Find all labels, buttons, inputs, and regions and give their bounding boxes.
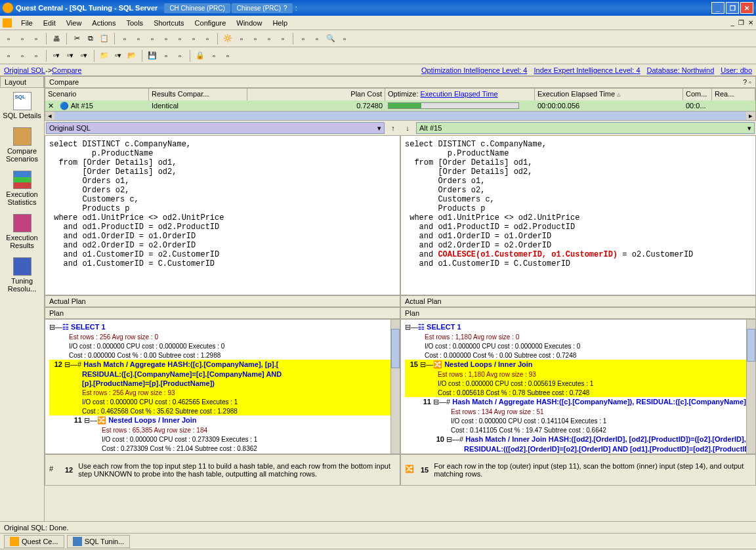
tb2-icon-l[interactable]: ▫ [208,50,220,62]
toolbar-2: ▫ ▫ ▫ ▫▾ ▫▾ ▫▾ 📁 ▫▾ 📂 💾 ▫ ▫ 🔒 ▫ ▫ [0,47,756,64]
sql-select-right[interactable]: Alt #15▾ [416,122,755,134]
tb2-icon-h[interactable]: ▫▾ [112,50,124,62]
scenario-row[interactable]: ✕ 🔵 Alt #15 Identical 0.72480 00:00:00.0… [45,100,755,111]
menubar: File Edit View Actions Tools Shortcuts C… [0,16,756,30]
menu-tools[interactable]: Tools [121,17,148,29]
tb-icon-c[interactable]: ▫ [146,33,158,45]
menu-view[interactable]: View [61,17,87,29]
tb2-lock-icon[interactable]: 🔒 [194,50,206,62]
col-results[interactable]: Results Compar... [149,89,247,100]
tb2-icon-c[interactable]: ▫ [30,50,42,62]
tb-icon-b[interactable]: ▫ [133,33,144,45]
breadcrumb: Original SQL -> Compare Optimization Int… [0,64,756,76]
idx-level-link[interactable]: Index Expert Intelligence Level: 4 [534,66,640,74]
user-link[interactable]: User: dbo [721,66,752,74]
tb2-icon-g[interactable]: 📁 [98,50,110,62]
desc-pane-right: 🔀 15 For each row in the top (outer) inp… [400,454,756,486]
menu-file[interactable]: File [16,17,38,29]
open-icon[interactable]: ▫ [16,33,28,45]
tb-icon-d[interactable]: ▫ [160,33,172,45]
sql-select-left[interactable]: Original SQL▾ [46,122,385,134]
opt-level-link[interactable]: Optimization Intelligence Level: 4 [421,66,527,74]
plan-left-vscroll[interactable] [390,320,400,454]
menu-edit[interactable]: Edit [38,17,61,29]
plan-right-vscroll[interactable] [746,320,755,454]
db-link[interactable]: Database: Northwind [647,66,715,74]
new-icon[interactable]: ▫ [3,33,14,45]
close-button[interactable]: ✕ [740,2,753,14]
menu-configure[interactable]: Configure [190,17,232,29]
tb2-icon-i[interactable]: 📂 [126,50,138,62]
col-com[interactable]: Com... [683,89,712,100]
sidebar-item-tuning-resolution[interactable]: Tuning Resolu... [0,253,44,297]
hash-icon: # [49,465,60,475]
tb-icon-e[interactable]: ▫ [174,33,186,45]
tb-icon-j[interactable]: ▫ [249,33,261,45]
tb-icon-i[interactable]: ▫ [236,33,247,45]
doc-close-icon[interactable]: ✕ [748,19,753,26]
tb2-icon-m[interactable]: ▫ [222,50,234,62]
tb-icon-n[interactable]: ▫ [311,33,323,45]
task-sql-tuning[interactable]: SQL Tunin... [67,535,131,548]
tb2-icon-e[interactable]: ▫▾ [64,50,76,62]
sidebar-item-execution-statistics[interactable]: Execution Statistics [0,167,44,210]
copy-icon[interactable]: ⧉ [85,33,96,45]
up-arrow-icon[interactable]: ↑ [387,122,399,134]
down-arrow-icon[interactable]: ↓ [402,122,413,134]
sidebar-item-execution-results[interactable]: Execution Results [0,210,44,253]
col-rea[interactable]: Rea... [712,89,755,100]
breadcrumb-compare[interactable]: Compare [52,66,81,74]
lang-tab-2[interactable]: Chinese (PRC) ? [232,3,293,13]
tb-icon-m[interactable]: ▫ [297,33,309,45]
sql-details-icon: SQL [13,92,32,110]
col-scenario[interactable]: Scenario [45,89,149,100]
tb-icon-h[interactable]: 🔆 [222,33,234,45]
tb-icon-o[interactable]: 🔍 [325,33,337,45]
menu-window[interactable]: Window [231,17,267,29]
cut-icon[interactable]: ✂ [71,33,83,45]
plan-pane-left[interactable]: ⊟—☷ SELECT 1 Est rows : 256 Avg row size… [45,319,400,454]
menu-shortcuts[interactable]: Shortcuts [148,17,189,29]
tb2-icon-d[interactable]: ▫▾ [51,50,62,62]
sidebar-item-compare-scenarios[interactable]: Compare Scenarios [0,123,44,167]
col-plancost[interactable]: Plan Cost [247,89,385,100]
lang-tab-1[interactable]: CH Chinese (PRC) [164,3,230,13]
tb2-icon-a[interactable]: ▫ [3,50,14,62]
menu-actions[interactable]: Actions [87,17,121,29]
sidebar-item-sql-details[interactable]: SQL SQL Details [0,88,44,123]
sql-pane-left[interactable]: select DISTINCT c.CompanyName, p.Product… [45,135,400,295]
menu-help[interactable]: Help [267,17,293,29]
tb-icon-k[interactable]: ▫ [263,33,275,45]
tb-icon-g[interactable]: ▫ [201,33,213,45]
compare-header: Compare ? ◦ [45,76,756,88]
col-optimize[interactable]: Optimize: Execution Elapsed Time [385,89,535,100]
tb-icon-f[interactable]: ▫ [188,33,200,45]
tb-icon-p[interactable]: ▫ [339,33,350,45]
paste-icon[interactable]: 📋 [98,33,110,45]
save-icon[interactable]: ▫ [30,33,42,45]
breadcrumb-original-sql[interactable]: Original SQL [4,66,45,74]
print-icon[interactable]: 🖶 [51,33,62,45]
tb2-save-icon[interactable]: 💾 [146,50,158,62]
menu-app-icon [3,18,12,28]
task-quest-central[interactable]: Quest Ce... [4,535,64,548]
help-icon[interactable]: ? ◦ [743,78,751,86]
tb2-icon-j[interactable]: ▫ [160,50,172,62]
tb-icon-l[interactable]: ▫ [277,33,289,45]
doc-minimize-icon[interactable]: _ [730,19,734,26]
sql-pane-right[interactable]: select DISTINCT c.CompanyName, p.Product… [400,135,756,295]
tb-icon-a[interactable]: ▫ [119,33,131,45]
maximize-button[interactable]: ❐ [726,2,739,14]
window-title: Quest Central - [SQL Tuning - SQL Server [16,4,158,12]
doc-restore-icon[interactable]: ❐ [738,19,744,26]
tb2-icon-k[interactable]: ▫ [174,50,186,62]
tb2-icon-b[interactable]: ▫ [16,50,28,62]
minimize-button[interactable]: _ [711,2,724,14]
col-exectime[interactable]: Execution Elapsed Time ▵ [535,89,683,100]
scenario-hscroll[interactable]: ◂▸ [45,111,755,120]
plan-pane-right[interactable]: ⊟—☷ SELECT 1 Est rows : 1,180 Avg row si… [400,319,756,454]
statusbar: Original SQL: Done. [0,521,756,533]
compare-scenarios-icon [13,127,32,146]
tb2-icon-f[interactable]: ▫▾ [78,50,90,62]
tuning-resolution-icon [13,257,32,276]
